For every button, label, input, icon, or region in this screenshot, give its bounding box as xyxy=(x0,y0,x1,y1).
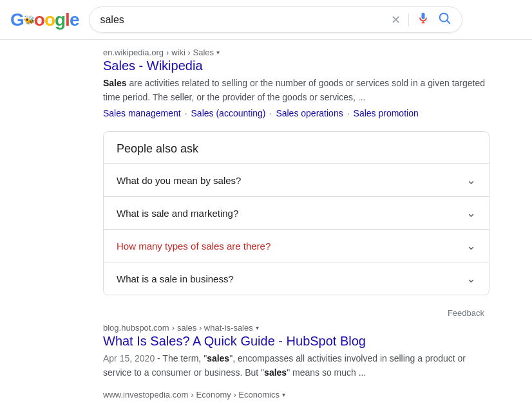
related-link-1[interactable]: Sales (accounting) xyxy=(191,108,266,118)
hubspot-bold1: sales xyxy=(207,353,229,363)
hubspot-bold2: sales xyxy=(264,367,287,378)
hubspot-snippet: Apr 15, 2020 - The term, "sales", encomp… xyxy=(103,351,489,380)
hubspot-url-arrow[interactable]: ▾ xyxy=(256,324,259,331)
wikipedia-snippet: Sales are activities related to selling … xyxy=(103,76,489,104)
hubspot-end: " means so much ... xyxy=(287,367,366,378)
hubspot-domain: blog.hubspot.com xyxy=(103,323,169,333)
paa-item-0[interactable]: What do you mean by sales? ⌄ xyxy=(104,163,489,196)
wikipedia-url-sep: › xyxy=(166,48,169,57)
paa-chevron-2: ⌄ xyxy=(466,239,476,253)
logo-letter-o2: o xyxy=(44,10,55,30)
paa-item-text-2: How many types of sales are there? xyxy=(117,241,271,252)
header: G 🐝 o o g l e ✕ xyxy=(0,0,532,40)
feedback-line: Feedback xyxy=(103,306,489,323)
paa-chevron-1: ⌄ xyxy=(466,206,476,220)
paa-item-text-3: What is a sale in business? xyxy=(117,273,234,284)
hubspot-url-sep: › xyxy=(172,323,175,333)
vertical-divider xyxy=(408,14,409,26)
related-link-3[interactable]: Sales promotion xyxy=(354,108,419,118)
related-sep-0: · xyxy=(185,108,187,118)
paa-item-text-0: What do you mean by sales? xyxy=(117,175,241,186)
paa-chevron-0: ⌄ xyxy=(466,173,476,187)
hubspot-title[interactable]: What Is Sales? A Quick Guide - HubSpot B… xyxy=(103,334,489,349)
main-content: en.wikipedia.org › wiki › Sales ▾ Sales … xyxy=(0,40,489,404)
logo-letter-o1: o xyxy=(34,10,44,30)
related-link-2[interactable]: Sales operations xyxy=(276,108,343,118)
hubspot-snippet-pre: - The term, " xyxy=(155,353,207,363)
logo-letter-l: l xyxy=(65,10,70,30)
mic-icon[interactable] xyxy=(417,12,430,28)
wikipedia-url-path: wiki › Sales xyxy=(171,48,214,57)
paa-item-2[interactable]: How many types of sales are there? ⌄ xyxy=(104,229,489,262)
clear-icon[interactable]: ✕ xyxy=(391,13,401,27)
investopedia-domain: www.investopedia.com xyxy=(103,390,188,399)
investopedia-sep: › xyxy=(191,390,193,399)
wikipedia-snippet-text: are activities related to selling or the… xyxy=(103,78,485,102)
paa-chevron-3: ⌄ xyxy=(466,271,476,286)
hubspot-date: Apr 15, 2020 xyxy=(103,353,155,363)
svg-line-1 xyxy=(448,21,450,23)
search-bar[interactable]: ✕ xyxy=(89,6,462,33)
wikipedia-title[interactable]: Sales - Wikipedia xyxy=(103,59,489,73)
people-also-ask-box: People also ask What do you mean by sale… xyxy=(103,131,489,295)
related-sep-2: · xyxy=(347,108,350,118)
logo-letter-g2: g xyxy=(55,10,65,30)
hubspot-url: blog.hubspot.com › sales › what-is-sales… xyxy=(103,323,489,333)
wikipedia-domain: en.wikipedia.org xyxy=(103,48,164,57)
feedback-button[interactable]: Feedback xyxy=(448,308,484,318)
related-sep-1: · xyxy=(269,108,272,118)
investopedia-arrow[interactable]: ▾ xyxy=(282,391,285,398)
logo-letter-g: G xyxy=(10,10,24,30)
hubspot-result: blog.hubspot.com › sales › what-is-sales… xyxy=(103,323,489,380)
paa-item-text-1: What is sale and marketing? xyxy=(117,208,238,219)
wikipedia-snippet-bold: Sales xyxy=(103,78,127,88)
logo-bee-icon: 🐝 xyxy=(24,15,34,25)
search-submit-icon[interactable] xyxy=(437,11,451,28)
search-icon-group: ✕ xyxy=(391,11,451,28)
paa-item-1[interactable]: What is sale and marketing? ⌄ xyxy=(104,196,489,229)
people-also-ask-title: People also ask xyxy=(104,132,489,163)
investopedia-url-line: www.investopedia.com › Economy › Economi… xyxy=(103,390,489,399)
hubspot-url-path: sales › what-is-sales xyxy=(177,323,253,333)
paa-item-3[interactable]: What is a sale in business? ⌄ xyxy=(104,262,489,295)
wikipedia-url-arrow[interactable]: ▾ xyxy=(216,49,220,56)
wikipedia-url: en.wikipedia.org › wiki › Sales ▾ xyxy=(103,48,489,57)
investopedia-path: Economy › Economics xyxy=(196,390,280,399)
related-link-0[interactable]: Sales management xyxy=(103,108,181,118)
search-input[interactable] xyxy=(100,14,386,26)
logo-letter-e: e xyxy=(70,10,79,30)
related-links: Sales management · Sales (accounting) · … xyxy=(103,108,489,118)
wikipedia-result: en.wikipedia.org › wiki › Sales ▾ Sales … xyxy=(103,48,489,118)
google-logo: G 🐝 o o g l e xyxy=(10,10,79,30)
